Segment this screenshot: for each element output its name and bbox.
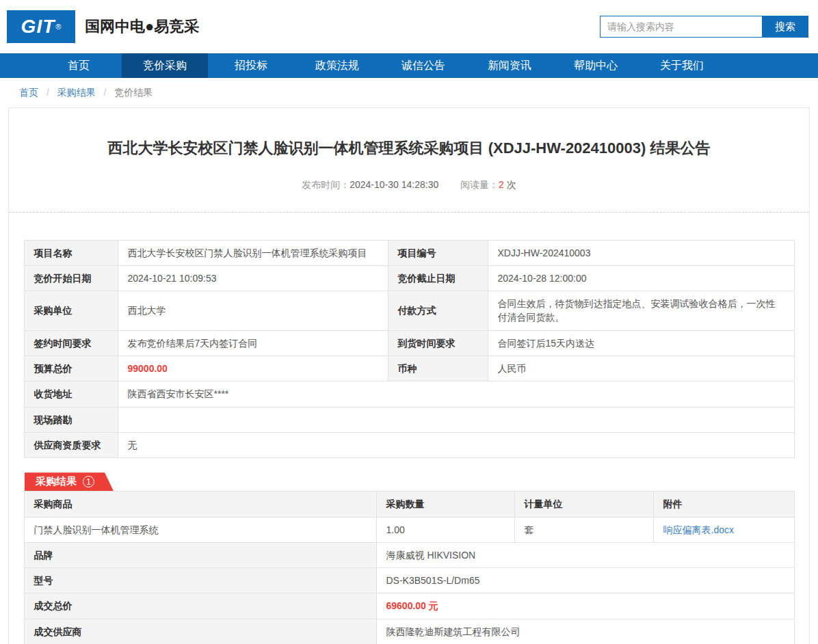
main-nav: 首页 竞价采购 招投标 政策法规 诚信公告 新闻资讯 帮助中心 关于我们 [0,53,818,78]
info-label: 币种 [388,356,488,381]
table-row: 门禁人脸识别一体机管理系统 1.00 套 响应偏离表.docx [24,517,794,542]
info-value: 西北大学长安校区门禁人脸识别一体机管理系统采购项目 [118,240,388,265]
views-unit: 次 [507,179,516,190]
info-label: 供应商资质要求 [24,432,118,457]
info-label: 型号 [24,568,376,593]
product-quantity: 1.00 [376,517,514,542]
info-value: 西北大学 [118,291,388,331]
logo-registered-mark: ® [55,23,61,31]
views-count: 2 [499,179,504,190]
search-button[interactable]: 搜索 [762,16,808,38]
breadcrumb-procurement-results[interactable]: 采购结果 [57,87,96,98]
supplier-value: 陕西隆乾迪斯建筑工程有限公司 [376,619,794,644]
breadcrumb-current: 竞价结果 [114,87,153,98]
info-label: 现场踏勘 [24,407,118,432]
breadcrumb-home[interactable]: 首页 [19,87,38,98]
nav-item-help-center[interactable]: 帮助中心 [553,53,639,78]
views-label: 阅读量： [460,179,499,190]
publish-time-value: 2024-10-30 14:28:30 [349,179,438,190]
result-badge-label: 采购结果 [36,475,77,488]
info-label: 竞价截止日期 [388,265,488,291]
info-value: 合同签订后15天内送达 [488,330,794,355]
table-row: 供应商资质要求 无 [24,432,794,457]
table-row: 现场踏勘 [24,407,794,432]
column-header-product: 采购商品 [24,492,376,517]
result-badge-index: 1 [83,476,94,487]
info-value: 人民币 [488,356,794,381]
procurement-result-badge: 采购结果 1 [25,472,114,491]
content-card: 西北大学长安校区门禁人脸识别一体机管理系统采购项目 (XDJJ-HW-20241… [8,107,810,644]
product-name: 门禁人脸识别一体机管理系统 [24,517,376,542]
table-row: 签约时间要求 发布竞价结果后7天内签订合同 到货时间要求 合同签订后15天内送达 [24,330,794,355]
info-value: 合同生效后，待货物到达指定地点、安装调试验收合格后，一次性付清合同货款。 [488,291,794,331]
table-row: 项目名称 西北大学长安校区门禁人脸识别一体机管理系统采购项目 项目编号 XDJJ… [24,240,794,265]
brand-value: 海康威视 HIKVISION [376,542,794,567]
project-info-table: 项目名称 西北大学长安校区门禁人脸识别一体机管理系统采购项目 项目编号 XDJJ… [24,240,795,459]
info-value: XDJJ-HW-202410003 [488,240,794,265]
nav-item-bidding-procurement[interactable]: 竞价采购 [122,53,208,78]
nav-item-tenders[interactable]: 招投标 [208,53,294,78]
nav-item-home[interactable]: 首页 [36,53,122,78]
nav-item-news[interactable]: 新闻资讯 [466,53,553,78]
table-row: 成交总价 69600.00 元 [24,593,794,619]
search-bar: 搜索 [600,16,808,38]
table-header-row: 采购商品 采购数量 计量单位 附件 [24,492,794,517]
info-label: 成交总价 [24,593,376,619]
column-header-attachment: 附件 [653,492,794,517]
table-row: 预算总价 99000.00 币种 人民币 [24,356,794,381]
column-header-quantity: 采购数量 [376,492,514,517]
table-row: 成交供应商 陕西隆乾迪斯建筑工程有限公司 [24,619,794,644]
table-row: 收货地址 陕西省西安市长安区**** [24,381,794,407]
logo-text: GIT [21,16,55,38]
article-meta: 发布时间：2024-10-30 14:28:30 阅读量：2 次 [9,179,809,191]
procurement-result-table: 采购商品 采购数量 计量单位 附件 门禁人脸识别一体机管理系统 1.00 套 响… [24,491,795,644]
info-label: 到货时间要求 [388,330,488,355]
info-label: 收货地址 [24,381,118,407]
info-label: 签约时间要求 [24,330,118,355]
table-row: 型号 DS-K3B501S-L/Dm65 [24,568,794,593]
nav-item-integrity-notice[interactable]: 诚信公告 [380,53,466,78]
info-label: 项目名称 [24,240,118,265]
nav-item-policies[interactable]: 政策法规 [294,53,380,78]
breadcrumb-separator: / [104,87,107,98]
product-unit: 套 [514,517,653,542]
column-header-unit: 计量单位 [514,492,653,517]
budget-total-value: 99000.00 [118,356,388,381]
page-title: 西北大学长安校区门禁人脸识别一体机管理系统采购项目 (XDJJ-HW-20241… [9,108,809,159]
info-label: 品牌 [24,542,376,567]
site-name: 国网中电●易竞采 [85,16,600,37]
divider [9,212,809,213]
attachment-link[interactable]: 响应偏离表.docx [663,524,734,535]
info-value: 2024-10-28 12:00:00 [488,265,794,291]
info-value: 无 [118,432,794,457]
info-label: 项目编号 [388,240,488,265]
info-value: 发布竞价结果后7天内签订合同 [118,330,388,355]
info-label: 竞价开始日期 [24,265,118,291]
table-row: 竞价开始日期 2024-10-21 10:09:53 竞价截止日期 2024-1… [24,265,794,291]
search-input[interactable] [600,16,762,38]
breadcrumb-separator: / [47,87,49,98]
info-label: 成交供应商 [24,619,376,644]
site-header: GIT® 国网中电●易竞采 搜索 [0,0,818,53]
breadcrumb: 首页 / 采购结果 / 竞价结果 [0,78,818,107]
site-logo[interactable]: GIT® [7,10,75,43]
info-label: 预算总价 [24,356,118,381]
table-row: 采购单位 西北大学 付款方式 合同生效后，待货物到达指定地点、安装调试验收合格后… [24,291,794,331]
deal-total-price: 69600.00 元 [376,593,794,619]
info-value [118,407,794,432]
table-row: 品牌 海康威视 HIKVISION [24,542,794,567]
publish-time-label: 发布时间： [302,179,349,190]
info-value: 陕西省西安市长安区**** [118,381,794,407]
info-value: 2024-10-21 10:09:53 [118,265,388,291]
info-label: 付款方式 [388,291,488,331]
info-label: 采购单位 [24,291,118,331]
nav-item-about-us[interactable]: 关于我们 [639,53,725,78]
model-value: DS-K3B501S-L/Dm65 [376,568,794,593]
